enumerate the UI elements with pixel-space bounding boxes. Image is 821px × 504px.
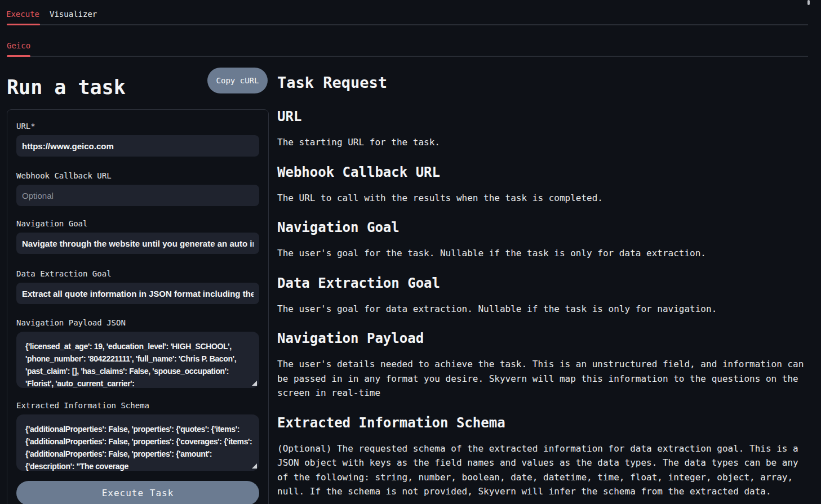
docs-title: Task Request	[277, 73, 807, 92]
doc-section-webhook: Webhook Callback URL The URL to call wit…	[277, 164, 807, 206]
main-tabbar: Execute Visualizer	[0, 0, 821, 26]
data-extraction-goal-label: Data Extraction Goal	[16, 269, 259, 279]
url-input[interactable]	[16, 135, 259, 157]
webhook-label: Webhook Callback URL	[16, 171, 259, 181]
data-extraction-goal-input[interactable]	[16, 283, 259, 304]
navigation-payload-wrap: {'licensed_at_age': 19, 'education_level…	[16, 332, 259, 388]
task-execute-page: Execute Visualizer Geico Run a task Copy…	[0, 0, 821, 504]
page-title: Run a task	[7, 75, 126, 100]
doc-section-data-extraction-goal: Data Extraction Goal The user's goal for…	[277, 275, 807, 316]
doc-section-navigation-payload: Navigation Payload The user's details ne…	[277, 331, 807, 400]
section-body: The user's details needed to achieve the…	[277, 357, 807, 400]
task-request-docs: Task Request URL The starting URL for th…	[277, 73, 807, 499]
section-body: The user's goal for the task. Nullable i…	[277, 246, 807, 261]
copy-curl-button[interactable]: Copy cURL	[207, 68, 268, 93]
section-body: The user's goal for data extraction. Nul…	[277, 302, 807, 316]
extracted-schema-label: Extracted Information Schema	[16, 400, 259, 411]
doc-section-extracted-schema: Extracted Information Schema (Optional) …	[277, 415, 807, 499]
section-heading: Webhook Callback URL	[277, 164, 807, 180]
doc-section-navigation-goal: Navigation Goal The user's goal for the …	[277, 220, 807, 261]
webhook-input[interactable]	[16, 185, 259, 206]
tab-visualizer[interactable]: Visualizer	[50, 8, 97, 20]
tab-geico[interactable]: Geico	[7, 40, 30, 51]
section-heading: Data Extraction Goal	[277, 275, 807, 291]
section-heading: Navigation Goal	[277, 220, 807, 235]
extracted-schema-textarea[interactable]: {'additionalProperties': False, 'propert…	[16, 414, 259, 471]
task-form-card: URL* Webhook Callback URL Navigation Goa…	[7, 109, 269, 504]
page-scrollbar-thumb[interactable]	[807, 0, 810, 5]
navigation-goal-input[interactable]	[16, 233, 259, 254]
section-body: The starting URL for the task.	[277, 135, 807, 150]
section-body: (Optional) The requested schema of the e…	[277, 441, 807, 499]
navigation-payload-textarea[interactable]: {'licensed_at_age': 19, 'education_level…	[16, 332, 259, 388]
execute-task-button[interactable]: Execute Task	[16, 481, 259, 504]
active-tab-underline	[7, 24, 40, 25]
tab-execute[interactable]: Execute	[6, 8, 39, 20]
section-body: The URL to call with the results when th…	[277, 191, 807, 206]
doc-section-url: URL The starting URL for the task.	[277, 109, 807, 150]
section-heading: URL	[277, 109, 807, 124]
sub-tabbar: Geico	[0, 32, 821, 58]
navigation-goal-label: Navigation Goal	[16, 218, 259, 229]
section-heading: Extracted Information Schema	[277, 415, 807, 431]
tabbar-divider	[7, 24, 808, 25]
navigation-payload-label: Navigation Payload JSON	[16, 318, 259, 328]
section-heading: Navigation Payload	[277, 331, 807, 346]
subtabbar-divider	[7, 56, 808, 57]
url-label: URL*	[16, 121, 259, 131]
extracted-schema-wrap: {'additionalProperties': False, 'propert…	[16, 414, 259, 471]
active-subtab-underline	[7, 55, 30, 57]
